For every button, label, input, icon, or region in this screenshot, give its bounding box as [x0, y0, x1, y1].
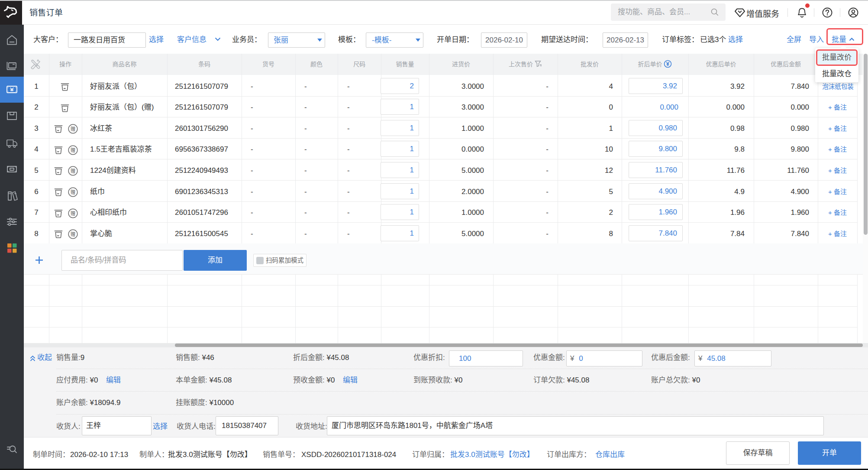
svg-text:赠: 赠: [71, 168, 76, 174]
svg-text:赠: 赠: [71, 231, 76, 237]
svg-text:赠: 赠: [71, 147, 76, 152]
svg-text:赠: 赠: [71, 189, 76, 195]
svg-text:赠: 赠: [71, 126, 76, 132]
svg-text:赠: 赠: [71, 210, 76, 216]
